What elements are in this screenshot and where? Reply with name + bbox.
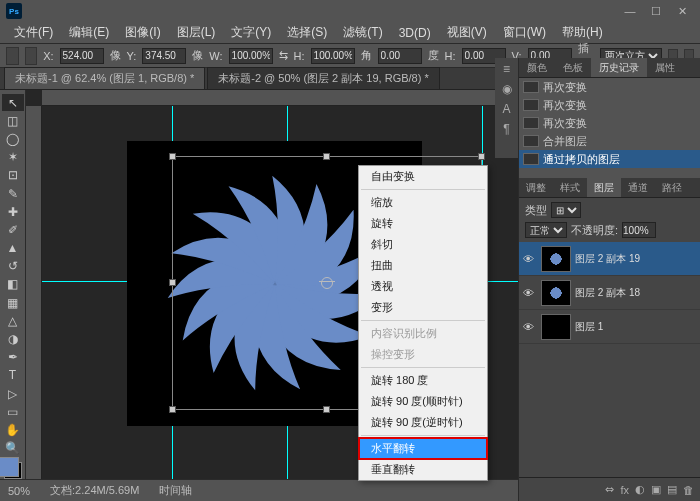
- transform-handle[interactable]: [169, 153, 176, 160]
- filter-type-select[interactable]: ⊞: [551, 202, 581, 218]
- menu-item[interactable]: 窗口(W): [495, 24, 554, 41]
- link-icon[interactable]: ⇆: [279, 49, 288, 62]
- panel-tab[interactable]: 通道: [621, 178, 655, 197]
- context-menu-item[interactable]: 透视: [359, 276, 487, 297]
- document-tab[interactable]: 未标题-1 @ 62.4% (图层 1, RGB/8) *: [4, 67, 205, 89]
- menu-item[interactable]: 编辑(E): [61, 24, 117, 41]
- path-tool-icon[interactable]: ▷: [2, 385, 24, 402]
- zoom-level[interactable]: 50%: [8, 485, 30, 497]
- layer-row[interactable]: 👁图层 1: [519, 310, 700, 344]
- menu-item[interactable]: 视图(V): [439, 24, 495, 41]
- delete-layer-icon[interactable]: 🗑: [683, 484, 694, 496]
- layer-name[interactable]: 图层 1: [575, 320, 603, 334]
- paragraph-panel-icon[interactable]: ¶: [503, 122, 509, 136]
- layer-thumbnail[interactable]: [541, 246, 571, 272]
- panel-tab[interactable]: 色板: [555, 58, 591, 77]
- pen-tool-icon[interactable]: ✒: [2, 349, 24, 366]
- lasso-tool-icon[interactable]: ◯: [2, 130, 24, 147]
- healing-tool-icon[interactable]: ✚: [2, 203, 24, 220]
- zoom-tool-icon[interactable]: 🔍: [2, 440, 24, 457]
- new-group-icon[interactable]: ▣: [651, 483, 661, 496]
- history-state[interactable]: 合并图层: [519, 132, 700, 150]
- menu-item[interactable]: 文件(F): [6, 24, 61, 41]
- opacity-input[interactable]: [622, 222, 656, 238]
- document-tab[interactable]: 未标题-2 @ 50% (图层 2 副本 19, RGB/8) *: [207, 67, 439, 89]
- history-brush-icon[interactable]: ↺: [2, 258, 24, 275]
- context-menu-item[interactable]: 水平翻转: [359, 438, 487, 459]
- menu-item[interactable]: 选择(S): [279, 24, 335, 41]
- context-menu-item[interactable]: 旋转 180 度: [359, 370, 487, 391]
- context-menu-item[interactable]: 旋转 90 度(顺时针): [359, 391, 487, 412]
- layer-thumbnail[interactable]: [541, 314, 571, 340]
- reference-point-icon[interactable]: [25, 47, 38, 65]
- maximize-icon[interactable]: ☐: [644, 3, 668, 19]
- panel-tab[interactable]: 图层: [587, 178, 621, 197]
- brush-tool-icon[interactable]: ✐: [2, 221, 24, 238]
- context-menu-item[interactable]: 旋转: [359, 213, 487, 234]
- angle-input[interactable]: [378, 48, 422, 64]
- blur-tool-icon[interactable]: △: [2, 312, 24, 329]
- transform-center-icon[interactable]: [321, 277, 333, 289]
- context-menu-item[interactable]: 旋转 90 度(逆时针): [359, 412, 487, 433]
- crop-tool-icon[interactable]: ⊡: [2, 167, 24, 184]
- y-input[interactable]: [142, 48, 186, 64]
- panel-tab[interactable]: 调整: [519, 178, 553, 197]
- menu-item[interactable]: 文字(Y): [223, 24, 279, 41]
- history-state[interactable]: 再次变换: [519, 114, 700, 132]
- dodge-tool-icon[interactable]: ◑: [2, 330, 24, 347]
- context-menu-item[interactable]: 自由变换: [359, 166, 487, 187]
- color-swatches-icon[interactable]: [4, 462, 22, 479]
- panel-tab[interactable]: 颜色: [519, 58, 555, 77]
- context-menu-item[interactable]: 垂直翻转: [359, 459, 487, 480]
- layer-name[interactable]: 图层 2 副本 18: [575, 286, 640, 300]
- transform-handle[interactable]: [169, 279, 176, 286]
- stamp-tool-icon[interactable]: ▲: [2, 240, 24, 257]
- transform-handle[interactable]: [169, 406, 176, 413]
- history-state[interactable]: 再次变换: [519, 78, 700, 96]
- context-menu-item[interactable]: 变形: [359, 297, 487, 318]
- visibility-icon[interactable]: 👁: [523, 253, 537, 265]
- menu-item[interactable]: 帮助(H): [554, 24, 611, 41]
- history-state[interactable]: 再次变换: [519, 96, 700, 114]
- history-state[interactable]: 通过拷贝的图层: [519, 150, 700, 168]
- timeline-label[interactable]: 时间轴: [159, 483, 192, 498]
- layer-row[interactable]: 👁图层 2 副本 18: [519, 276, 700, 310]
- transform-handle[interactable]: [478, 153, 485, 160]
- menu-item[interactable]: 滤镜(T): [335, 24, 390, 41]
- panel-collapse-icon[interactable]: ≡: [503, 62, 510, 76]
- minimize-icon[interactable]: —: [618, 3, 642, 19]
- context-menu-item[interactable]: 斜切: [359, 234, 487, 255]
- move-tool-icon[interactable]: ↖: [2, 94, 24, 111]
- gradient-tool-icon[interactable]: ▦: [2, 294, 24, 311]
- context-menu-item[interactable]: 扭曲: [359, 255, 487, 276]
- brush-panel-icon[interactable]: ◉: [502, 82, 512, 96]
- panel-tab[interactable]: 属性: [647, 58, 683, 77]
- menu-item[interactable]: 图像(I): [117, 24, 168, 41]
- menu-item[interactable]: 图层(L): [169, 24, 224, 41]
- close-icon[interactable]: ✕: [670, 3, 694, 19]
- eyedropper-tool-icon[interactable]: ✎: [2, 185, 24, 202]
- x-input[interactable]: [60, 48, 104, 64]
- blend-mode-select[interactable]: 正常: [525, 222, 567, 238]
- transform-handle[interactable]: [323, 153, 330, 160]
- link-layers-icon[interactable]: ⇔: [605, 483, 614, 496]
- layer-name[interactable]: 图层 2 副本 19: [575, 252, 640, 266]
- context-menu-item[interactable]: 缩放: [359, 192, 487, 213]
- layer-row[interactable]: 👁图层 2 副本 19: [519, 242, 700, 276]
- marquee-tool-icon[interactable]: ◫: [2, 112, 24, 129]
- eraser-tool-icon[interactable]: ◧: [2, 276, 24, 293]
- layer-thumbnail[interactable]: [541, 280, 571, 306]
- panel-tab[interactable]: 样式: [553, 178, 587, 197]
- wand-tool-icon[interactable]: ✶: [2, 149, 24, 166]
- new-layer-icon[interactable]: ▤: [667, 483, 677, 496]
- visibility-icon[interactable]: 👁: [523, 321, 537, 333]
- character-panel-icon[interactable]: A: [502, 102, 510, 116]
- visibility-icon[interactable]: 👁: [523, 287, 537, 299]
- panel-tab[interactable]: 路径: [655, 178, 689, 197]
- h-input[interactable]: [311, 48, 355, 64]
- hand-tool-icon[interactable]: ✋: [2, 421, 24, 438]
- layer-style-icon[interactable]: fx: [620, 484, 629, 496]
- transform-handle[interactable]: [323, 406, 330, 413]
- type-tool-icon[interactable]: T: [2, 367, 24, 384]
- panel-tab[interactable]: 历史记录: [591, 58, 647, 77]
